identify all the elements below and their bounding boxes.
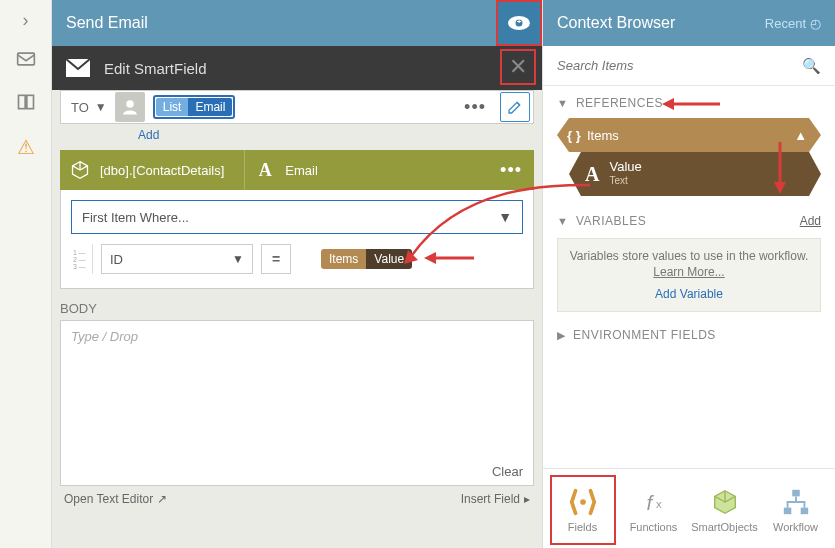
filter-mode-select[interactable]: First Item Where... ▼ (71, 200, 523, 234)
body-placeholder: Type / Drop (71, 329, 138, 344)
tab-fields-label: Fields (568, 521, 597, 533)
add-variable-button[interactable]: Add Variable (568, 287, 810, 301)
field-select[interactable]: ID ▼ (101, 244, 253, 274)
variables-note-text: Variables store values to use in the wor… (570, 249, 809, 263)
text-type-icon: A (245, 160, 285, 181)
recent-link[interactable]: Recent ◴ (765, 16, 821, 31)
close-icon[interactable]: ✕ (500, 49, 536, 85)
text-type-icon: A (585, 163, 599, 186)
braces-icon: { } (567, 128, 581, 143)
svg-rect-0 (17, 53, 34, 65)
left-panel: Send Email + Edit SmartField ✕ TO ▼ List (52, 0, 542, 548)
value-token[interactable]: Items Value (321, 249, 412, 269)
variables-section[interactable]: ▼ VARIABLES Add (543, 204, 835, 232)
footer-row: Open Text Editor ↗ Insert Field ▸ (52, 486, 542, 512)
collapse-icon: ▼ (557, 97, 568, 109)
environment-section[interactable]: ▶ ENVIRONMENT FIELDS (543, 312, 835, 358)
avatar-icon[interactable] (115, 92, 145, 122)
edit-smartfield-title: Edit SmartField (104, 60, 207, 77)
variables-note: Variables store values to use in the wor… (557, 238, 821, 312)
smartobject-header: [dbo].[ContactDetails] A Email ••• (60, 150, 534, 190)
references-section[interactable]: ▼ REFERENCES (543, 86, 835, 114)
tab-workflow-label: Workflow (773, 521, 818, 533)
collapse-icon: ▼ (557, 215, 568, 227)
chevron-up-icon: ▲ (794, 128, 807, 143)
filter-box: First Item Where... ▼ 1 —2 —3 — ID ▼ = I… (60, 190, 534, 289)
tab-functions-label: Functions (630, 521, 678, 533)
body-textarea[interactable]: Type / Drop Clear (60, 320, 534, 486)
smartobject-icon (60, 160, 100, 180)
clear-button[interactable]: Clear (492, 464, 523, 479)
panel-rail-icon[interactable] (16, 92, 36, 117)
context-header: Context Browser Recent ◴ (543, 0, 835, 46)
left-rail: › ⚠ (0, 0, 52, 548)
svg-rect-2 (26, 95, 33, 108)
edit-button[interactable] (500, 92, 530, 122)
recipient-token[interactable]: List Email (153, 95, 236, 119)
svg-rect-11 (792, 489, 800, 496)
learn-more-link[interactable]: Learn More... (568, 265, 810, 279)
environment-title: ENVIRONMENT FIELDS (573, 328, 716, 342)
value-token-value: Value (366, 249, 412, 269)
context-tabs: Fields fx Functions SmartObjects Workflo… (543, 468, 835, 548)
mail-icon (66, 59, 92, 77)
add-recipient-link[interactable]: Add (52, 124, 542, 142)
send-email-title: Send Email (66, 14, 148, 32)
left-header: Send Email + (52, 0, 542, 46)
tab-workflow[interactable]: Workflow (763, 475, 829, 545)
smartobject-name: [dbo].[ContactDetails] (100, 163, 244, 178)
tab-smartobjects-label: SmartObjects (691, 521, 758, 533)
svg-point-8 (580, 499, 586, 505)
svg-text:+: + (517, 17, 522, 26)
reference-value[interactable]: A Value Text (569, 152, 821, 196)
reference-items[interactable]: { } Items ▲ (557, 118, 821, 152)
variables-title: VARIABLES (576, 214, 646, 228)
smartobject-more-icon[interactable]: ••• (488, 160, 534, 181)
chevron-down-icon: ▼ (232, 252, 244, 266)
tab-smartobjects[interactable]: SmartObjects (692, 475, 758, 545)
reference-value-type: Text (609, 174, 641, 188)
value-token-items: Items (321, 249, 366, 269)
warning-icon[interactable]: ⚠ (17, 135, 35, 159)
context-browser: Context Browser Recent ◴ 🔍 ▼ REFERENCES … (542, 0, 835, 548)
to-dropdown-icon[interactable]: ▼ (95, 100, 107, 114)
tab-fields[interactable]: Fields (550, 475, 616, 545)
search-input[interactable] (557, 58, 802, 73)
body-label: BODY (52, 289, 542, 320)
references-title: REFERENCES (576, 96, 663, 110)
to-label: TO (61, 100, 95, 115)
add-variable-link[interactable]: Add (800, 214, 821, 228)
token-email: Email (188, 98, 232, 116)
reference-value-label: Value (609, 160, 641, 174)
to-row: TO ▼ List Email ••• (60, 90, 534, 124)
field-select-label: ID (110, 252, 123, 267)
filter-mode-label: First Item Where... (82, 210, 189, 225)
mail-rail-icon[interactable] (16, 49, 36, 74)
search-icon[interactable]: 🔍 (802, 57, 821, 75)
svg-rect-12 (783, 507, 791, 514)
search-row: 🔍 (543, 46, 835, 86)
svg-rect-13 (800, 507, 808, 514)
context-title: Context Browser (557, 14, 675, 32)
chevron-down-icon: ▼ (498, 209, 512, 225)
list-order-icon: 1 —2 —3 — (71, 244, 93, 274)
expand-icon[interactable]: › (23, 10, 29, 31)
open-text-editor-link[interactable]: Open Text Editor ↗ (64, 492, 167, 506)
svg-point-7 (126, 100, 134, 108)
to-more-icon[interactable]: ••• (454, 97, 496, 118)
token-list: List (156, 98, 189, 116)
svg-text:x: x (655, 497, 661, 509)
preview-icon[interactable]: + (496, 0, 542, 46)
smartobject-field: Email (285, 163, 488, 178)
reference-items-label: Items (587, 128, 619, 143)
expand-icon: ▶ (557, 329, 565, 342)
insert-field-link[interactable]: Insert Field ▸ (461, 492, 530, 506)
svg-text:f: f (646, 490, 654, 513)
operator-button[interactable]: = (261, 244, 291, 274)
edit-smartfield-bar: Edit SmartField ✕ (52, 46, 542, 90)
tab-functions[interactable]: fx Functions (621, 475, 687, 545)
svg-rect-1 (18, 95, 25, 108)
